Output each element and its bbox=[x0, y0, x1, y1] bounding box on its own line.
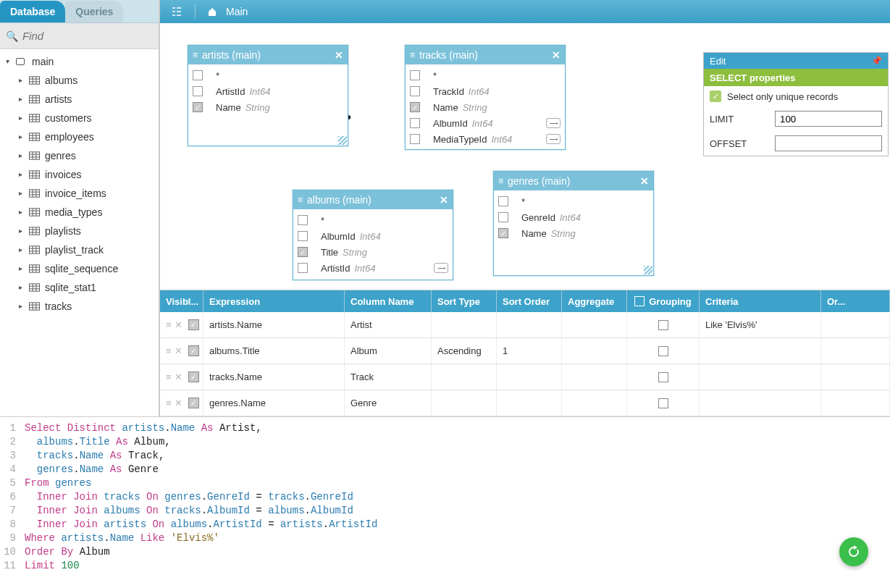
cell-column-name[interactable]: Album bbox=[345, 338, 432, 364]
tree-table-invoices[interactable]: ▸invoices bbox=[3, 165, 159, 184]
cell-column-name[interactable]: Genre bbox=[345, 390, 432, 416]
tree-table-playlist_track[interactable]: ▸playlist_track bbox=[3, 240, 159, 259]
tree-table-artists[interactable]: ▸artists bbox=[3, 90, 159, 109]
visible-checkbox[interactable]: ✓ bbox=[188, 319, 199, 330]
cell-or[interactable] bbox=[821, 390, 890, 416]
limit-input[interactable] bbox=[775, 111, 882, 127]
cell-expression[interactable]: artists.Name bbox=[203, 312, 345, 337]
column-checkbox[interactable] bbox=[193, 70, 203, 80]
column-checkbox[interactable] bbox=[298, 215, 308, 225]
cell-sort-type[interactable] bbox=[432, 364, 497, 390]
sql-code[interactable]: Select Distinct artists.Name As Artist, … bbox=[20, 417, 890, 588]
column-row[interactable]: ArtistIdInt64⟶ bbox=[298, 260, 448, 276]
col-visible[interactable]: Visibl... bbox=[160, 290, 203, 312]
col-column-name[interactable]: Column Name bbox=[345, 290, 432, 312]
grouping-checkbox[interactable] bbox=[658, 372, 668, 382]
cell-expression[interactable]: genres.Name bbox=[203, 390, 345, 416]
close-icon[interactable]: ✕ bbox=[640, 175, 649, 187]
checkbox-checked-icon[interactable]: ✓ bbox=[710, 91, 721, 102]
cell-column-name[interactable]: Artist bbox=[345, 312, 432, 337]
cell-aggregate[interactable] bbox=[562, 364, 627, 390]
column-row[interactable]: TitleString bbox=[298, 244, 448, 260]
col-criteria[interactable]: Criteria bbox=[700, 290, 821, 312]
column-row[interactable]: NameString bbox=[498, 225, 649, 241]
column-row[interactable]: NameString bbox=[410, 99, 561, 115]
drag-handle-icon[interactable]: ≡ bbox=[166, 398, 172, 408]
close-icon[interactable]: ✕ bbox=[335, 49, 343, 61]
tab-queries[interactable]: Queries bbox=[65, 1, 123, 22]
col-sort-type[interactable]: Sort Type bbox=[432, 290, 497, 312]
column-row[interactable]: NameString bbox=[193, 99, 343, 115]
remove-row-icon[interactable]: ✕ bbox=[175, 319, 182, 330]
tree-table-media_types[interactable]: ▸media_types bbox=[3, 203, 159, 222]
table-header[interactable]: ≡ genres (main) ✕ bbox=[494, 172, 653, 190]
col-expression[interactable]: Expression bbox=[203, 290, 345, 312]
table-header[interactable]: ≡ tracks (main) ✕ bbox=[406, 46, 565, 64]
cell-or[interactable] bbox=[821, 338, 890, 364]
tree-table-tracks[interactable]: ▸tracks bbox=[3, 297, 159, 316]
column-row[interactable]: MediaTypeIdInt64⟶ bbox=[410, 131, 561, 147]
grouping-header-checkbox[interactable] bbox=[634, 296, 645, 306]
tree-table-playlists[interactable]: ▸playlists bbox=[3, 222, 159, 240]
column-row[interactable]: ArtistIdInt64 bbox=[193, 83, 343, 99]
offset-input[interactable] bbox=[775, 135, 882, 151]
cell-sort-order[interactable] bbox=[497, 390, 562, 416]
cell-or[interactable] bbox=[821, 364, 890, 390]
tree-toggle-button[interactable] bbox=[167, 3, 186, 20]
cell-expression[interactable]: albums.Title bbox=[203, 338, 345, 364]
column-row[interactable]: * bbox=[410, 67, 561, 83]
grouping-checkbox[interactable] bbox=[658, 346, 668, 356]
cell-aggregate[interactable] bbox=[562, 312, 627, 337]
col-aggregate[interactable]: Aggregate bbox=[562, 290, 627, 312]
canvas[interactable]: ≡ artists (main) ✕ *ArtistIdInt64NameStr… bbox=[160, 23, 890, 290]
sql-editor[interactable]: 1234567891011 Select Distinct artists.Na… bbox=[0, 416, 890, 588]
cell-sort-order[interactable] bbox=[497, 364, 562, 390]
tab-database[interactable]: Database bbox=[0, 1, 65, 22]
column-checkbox[interactable] bbox=[498, 228, 508, 238]
col-or[interactable]: Or... bbox=[821, 290, 890, 312]
grouping-checkbox[interactable] bbox=[658, 398, 668, 408]
column-row[interactable]: AlbumIdInt64 bbox=[298, 228, 448, 244]
column-checkbox[interactable] bbox=[498, 212, 508, 222]
column-row[interactable]: * bbox=[498, 193, 649, 209]
column-checkbox[interactable] bbox=[298, 247, 308, 257]
cell-sort-type[interactable] bbox=[432, 390, 497, 416]
column-checkbox[interactable] bbox=[410, 86, 420, 96]
cell-sort-order[interactable]: 1 bbox=[497, 338, 562, 364]
cell-grouping[interactable] bbox=[627, 338, 700, 364]
column-row[interactable]: * bbox=[298, 212, 448, 228]
unique-records-row[interactable]: ✓ Select only unique records bbox=[704, 86, 888, 106]
drag-handle-icon[interactable]: ≡ bbox=[166, 371, 172, 382]
cell-criteria[interactable] bbox=[700, 364, 821, 390]
tree-table-albums[interactable]: ▸albums bbox=[3, 71, 159, 90]
remove-row-icon[interactable]: ✕ bbox=[175, 371, 182, 382]
column-checkbox[interactable] bbox=[410, 102, 420, 112]
table-box-genres[interactable]: ≡ genres (main) ✕ *GenreIdInt64NameStrin… bbox=[493, 171, 654, 276]
visible-checkbox[interactable]: ✓ bbox=[188, 345, 199, 356]
grid-row[interactable]: ≡✕✓artists.NameArtistLike 'Elvis%' bbox=[160, 312, 890, 338]
column-checkbox[interactable] bbox=[410, 134, 420, 144]
close-icon[interactable]: ✕ bbox=[552, 49, 561, 61]
menu-icon[interactable]: ≡ bbox=[298, 195, 303, 205]
column-checkbox[interactable] bbox=[498, 196, 508, 206]
cell-aggregate[interactable] bbox=[562, 338, 627, 364]
close-icon[interactable]: ✕ bbox=[440, 194, 448, 206]
cell-column-name[interactable]: Track bbox=[345, 364, 432, 390]
cell-grouping[interactable] bbox=[627, 390, 700, 416]
table-header[interactable]: ≡ artists (main) ✕ bbox=[188, 46, 348, 64]
cell-expression[interactable]: tracks.Name bbox=[203, 364, 345, 390]
cell-sort-type[interactable] bbox=[432, 312, 497, 337]
column-row[interactable]: AlbumIdInt64⟶ bbox=[410, 115, 561, 131]
resize-handle[interactable] bbox=[338, 136, 347, 145]
column-checkbox[interactable] bbox=[298, 263, 308, 273]
menu-icon[interactable]: ≡ bbox=[498, 176, 503, 186]
column-checkbox[interactable] bbox=[410, 70, 420, 80]
column-checkbox[interactable] bbox=[298, 231, 308, 241]
tree-table-employees[interactable]: ▸employees bbox=[3, 127, 159, 146]
tree-table-sqlite_sequence[interactable]: ▸sqlite_sequence bbox=[3, 259, 159, 278]
table-header[interactable]: ≡ albums (main) ✕ bbox=[293, 190, 453, 209]
tree-root-main[interactable]: ▾ main bbox=[3, 52, 159, 71]
table-box-artists[interactable]: ≡ artists (main) ✕ *ArtistIdInt64NameStr… bbox=[188, 45, 348, 146]
edit-panel-header[interactable]: Edit 📌 bbox=[704, 53, 888, 69]
home-button[interactable] bbox=[203, 3, 222, 20]
